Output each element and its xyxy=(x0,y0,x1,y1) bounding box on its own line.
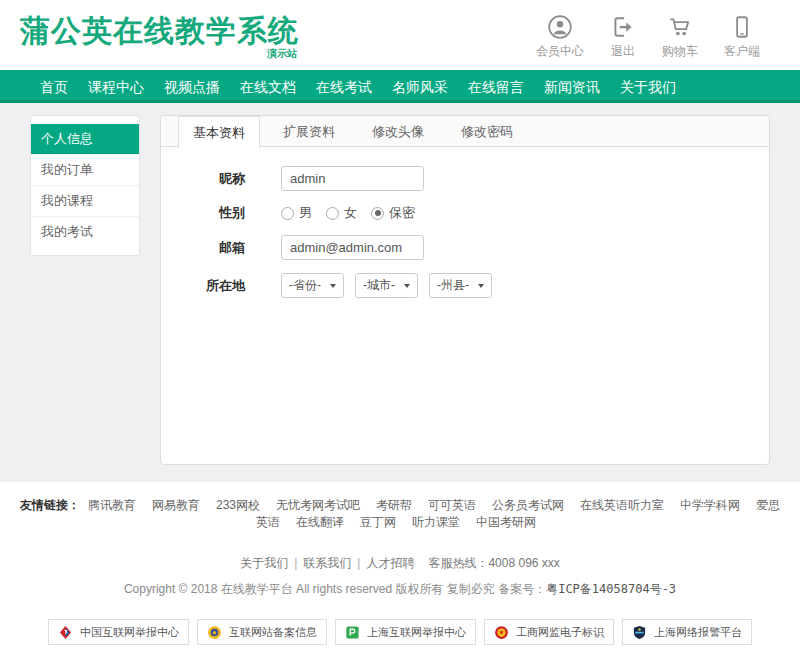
cart-label: 购物车 xyxy=(662,43,698,60)
badge-beian-info[interactable]: 互联网站备案信息 xyxy=(197,619,327,645)
police-platform-icon xyxy=(632,625,647,640)
footer-about-line: 关于我们|联系我们|人才招聘客服热线：4008 096 xxx xyxy=(0,555,800,572)
friend-link[interactable]: 公务员考试网 xyxy=(492,498,564,512)
sidebar-item-orders[interactable]: 我的订单 xyxy=(31,154,139,185)
friend-link[interactable]: 中学学科网 xyxy=(680,498,740,512)
county-select[interactable]: -州县- xyxy=(429,273,492,298)
member-center-label: 会员中心 xyxy=(536,43,584,60)
client-link[interactable]: 客户端 xyxy=(724,14,760,60)
beian-badge-icon xyxy=(207,625,222,640)
friend-link[interactable]: 无忧考网考试吧 xyxy=(276,498,360,512)
gender-row: 性别 男 女 保密 xyxy=(161,204,769,222)
content-area: 个人信息 我的订单 我的课程 我的考试 基本资料 扩展资料 修改头像 修改密码 … xyxy=(0,103,800,482)
badge-shanghai-report-center[interactable]: 上海互联网举报中心 xyxy=(335,619,476,645)
email-row: 邮箱 xyxy=(161,235,769,260)
nav-item-home[interactable]: 首页 xyxy=(40,72,68,102)
chevron-down-icon xyxy=(330,284,336,288)
chevron-down-icon xyxy=(404,284,410,288)
sidebar-item-courses[interactable]: 我的课程 xyxy=(31,185,139,216)
badge-industry-commerce[interactable]: 工商网监电子标识 xyxy=(484,619,614,645)
profile-form: 昵称 性别 男 女 保密 xyxy=(161,147,769,298)
tab-change-avatar[interactable]: 修改头像 xyxy=(358,116,438,146)
gender-secret-label: 保密 xyxy=(389,204,415,222)
gender-female-label: 女 xyxy=(344,204,357,222)
friend-link[interactable]: 豆丁网 xyxy=(360,515,396,529)
badge-police-platform[interactable]: 上海网络报警平台 xyxy=(622,619,752,645)
footer: 友情链接：腾讯教育网易教育233网校无忧考网考试吧考研帮可可英语公务员考试网在线… xyxy=(0,482,800,663)
friend-links: 友情链接：腾讯教育网易教育233网校无忧考网考试吧考研帮可可英语公务员考试网在线… xyxy=(15,497,785,531)
logout-link[interactable]: 退出 xyxy=(610,14,636,60)
city-select-value: -城市- xyxy=(363,277,395,294)
nickname-row: 昵称 xyxy=(161,166,769,191)
badge-label: 上海互联网举报中心 xyxy=(367,625,466,640)
cart-link[interactable]: 购物车 xyxy=(662,14,698,60)
county-select-value: -州县- xyxy=(437,277,469,294)
shanghai-report-icon xyxy=(345,625,360,640)
tab-change-password[interactable]: 修改密码 xyxy=(447,116,527,146)
site-subtitle: 演示站 xyxy=(20,47,299,61)
client-label: 客户端 xyxy=(724,43,760,60)
gender-radio-female[interactable]: 女 xyxy=(326,204,357,222)
nav-item-teachers[interactable]: 名师风采 xyxy=(392,72,448,102)
sidebar-item-profile[interactable]: 个人信息 xyxy=(31,124,139,154)
nav-item-news[interactable]: 新闻资讯 xyxy=(544,72,600,102)
separator: | xyxy=(294,556,297,570)
friend-link[interactable]: 听力课堂 xyxy=(412,515,460,529)
separator: | xyxy=(357,556,360,570)
client-icon xyxy=(729,14,755,40)
china-report-center-icon xyxy=(58,625,73,640)
badge-china-report-center[interactable]: 中国互联网举报中心 xyxy=(48,619,189,645)
location-selects: -省份- -城市- -州县- xyxy=(281,273,492,298)
nav-item-messages[interactable]: 在线留言 xyxy=(468,72,524,102)
friend-link[interactable]: 考研帮 xyxy=(376,498,412,512)
friend-link[interactable]: 在线翻译 xyxy=(296,515,344,529)
nav-item-course-center[interactable]: 课程中心 xyxy=(88,72,144,102)
tab-extended-info[interactable]: 扩展资料 xyxy=(269,116,349,146)
nickname-label: 昵称 xyxy=(161,170,245,188)
radio-circle-female xyxy=(326,207,339,220)
tab-bar: 基本资料 扩展资料 修改头像 修改密码 xyxy=(161,116,769,147)
logout-icon xyxy=(610,14,636,40)
copyright-text: Copyright © 2018 在线教学平台 All rights reser… xyxy=(124,582,546,596)
province-select[interactable]: -省份- xyxy=(281,273,344,298)
profile-panel: 基本资料 扩展资料 修改头像 修改密码 昵称 性别 男 女 xyxy=(160,115,770,465)
email-label: 邮箱 xyxy=(161,239,245,257)
location-label: 所在地 xyxy=(161,277,245,295)
gender-radio-secret[interactable]: 保密 xyxy=(371,204,415,222)
careers-link[interactable]: 人才招聘 xyxy=(366,556,414,570)
friend-link[interactable]: 在线英语听力室 xyxy=(580,498,664,512)
logo[interactable]: 蒲公英在线教学系统 演示站 xyxy=(20,15,299,61)
badge-label: 工商网监电子标识 xyxy=(516,625,604,640)
gender-radio-male[interactable]: 男 xyxy=(281,204,312,222)
gender-radio-group: 男 女 保密 xyxy=(281,204,415,222)
friend-link[interactable]: 可可英语 xyxy=(428,498,476,512)
service-hotline: 客服热线：4008 096 xxx xyxy=(428,556,559,570)
sidebar-item-exams[interactable]: 我的考试 xyxy=(31,216,139,247)
nav-item-video[interactable]: 视频点播 xyxy=(164,72,220,102)
cart-icon xyxy=(667,14,693,40)
friend-link[interactable]: 网易教育 xyxy=(152,498,200,512)
industry-commerce-icon xyxy=(494,625,509,640)
site-header: 蒲公英在线教学系统 演示站 会员中心 退出 购物车 客户端 xyxy=(0,0,800,70)
nav-item-exam[interactable]: 在线考试 xyxy=(316,72,372,102)
nav-item-docs[interactable]: 在线文档 xyxy=(240,72,296,102)
friend-link[interactable]: 233网校 xyxy=(216,498,260,512)
gender-label: 性别 xyxy=(161,204,245,222)
friend-link[interactable]: 中国考研网 xyxy=(476,515,536,529)
tab-basic-info[interactable]: 基本资料 xyxy=(178,116,260,148)
sidebar: 个人信息 我的订单 我的课程 我的考试 xyxy=(30,115,140,256)
friend-link[interactable]: 腾讯教育 xyxy=(88,498,136,512)
chevron-down-icon xyxy=(478,284,484,288)
badge-label: 上海网络报警平台 xyxy=(654,625,742,640)
logout-label: 退出 xyxy=(611,43,635,60)
email-field[interactable] xyxy=(281,235,424,260)
city-select[interactable]: -城市- xyxy=(355,273,418,298)
badge-label: 中国互联网举报中心 xyxy=(80,625,179,640)
member-center-link[interactable]: 会员中心 xyxy=(536,14,584,60)
nav-item-about[interactable]: 关于我们 xyxy=(620,72,676,102)
icp-link[interactable]: 粤ICP备14058704号-3 xyxy=(546,582,676,596)
contact-us-link[interactable]: 联系我们 xyxy=(303,556,351,570)
province-select-value: -省份- xyxy=(289,277,321,294)
about-us-link[interactable]: 关于我们 xyxy=(240,556,288,570)
nickname-field[interactable] xyxy=(281,166,424,191)
